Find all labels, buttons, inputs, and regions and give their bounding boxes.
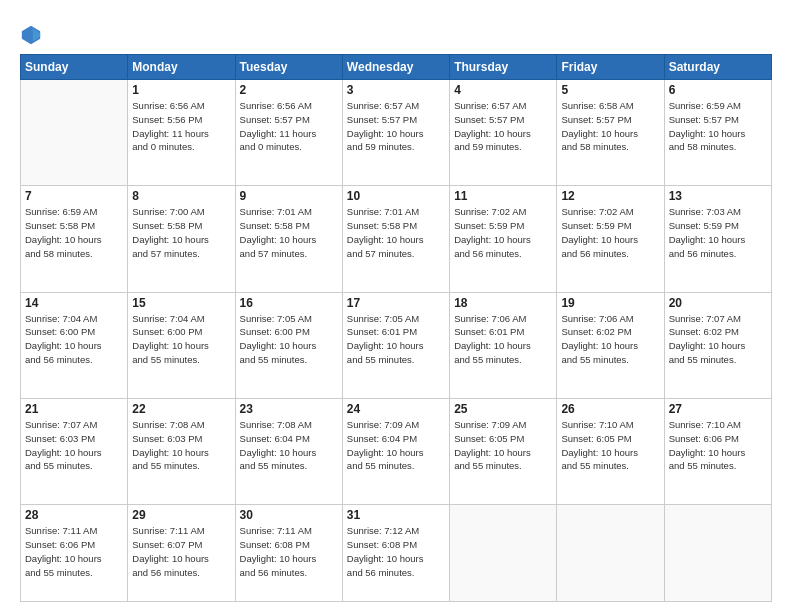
calendar-cell [450, 505, 557, 602]
day-number: 1 [132, 83, 230, 97]
calendar-week-4: 28Sunrise: 7:11 AMSunset: 6:06 PMDayligh… [21, 505, 772, 602]
page: Sunday Monday Tuesday Wednesday Thursday… [0, 0, 792, 612]
calendar-cell: 28Sunrise: 7:11 AMSunset: 6:06 PMDayligh… [21, 505, 128, 602]
calendar-cell: 27Sunrise: 7:10 AMSunset: 6:06 PMDayligh… [664, 398, 771, 504]
day-info: Sunrise: 7:11 AMSunset: 6:08 PMDaylight:… [240, 524, 338, 579]
calendar-cell: 6Sunrise: 6:59 AMSunset: 5:57 PMDaylight… [664, 80, 771, 186]
day-info: Sunrise: 6:59 AMSunset: 5:58 PMDaylight:… [25, 205, 123, 260]
day-info: Sunrise: 7:11 AMSunset: 6:06 PMDaylight:… [25, 524, 123, 579]
day-info: Sunrise: 6:56 AMSunset: 5:56 PMDaylight:… [132, 99, 230, 154]
day-number: 12 [561, 189, 659, 203]
day-number: 9 [240, 189, 338, 203]
calendar-cell: 16Sunrise: 7:05 AMSunset: 6:00 PMDayligh… [235, 292, 342, 398]
day-info: Sunrise: 7:05 AMSunset: 6:00 PMDaylight:… [240, 312, 338, 367]
calendar-cell: 29Sunrise: 7:11 AMSunset: 6:07 PMDayligh… [128, 505, 235, 602]
day-number: 10 [347, 189, 445, 203]
day-info: Sunrise: 7:10 AMSunset: 6:05 PMDaylight:… [561, 418, 659, 473]
day-number: 27 [669, 402, 767, 416]
day-number: 26 [561, 402, 659, 416]
day-number: 28 [25, 508, 123, 522]
calendar-cell: 7Sunrise: 6:59 AMSunset: 5:58 PMDaylight… [21, 186, 128, 292]
day-info: Sunrise: 7:08 AMSunset: 6:03 PMDaylight:… [132, 418, 230, 473]
col-thursday: Thursday [450, 55, 557, 80]
calendar-cell: 8Sunrise: 7:00 AMSunset: 5:58 PMDaylight… [128, 186, 235, 292]
col-saturday: Saturday [664, 55, 771, 80]
calendar-cell: 15Sunrise: 7:04 AMSunset: 6:00 PMDayligh… [128, 292, 235, 398]
day-info: Sunrise: 7:11 AMSunset: 6:07 PMDaylight:… [132, 524, 230, 579]
day-info: Sunrise: 6:58 AMSunset: 5:57 PMDaylight:… [561, 99, 659, 154]
calendar-cell [21, 80, 128, 186]
day-number: 20 [669, 296, 767, 310]
day-number: 6 [669, 83, 767, 97]
calendar-week-2: 14Sunrise: 7:04 AMSunset: 6:00 PMDayligh… [21, 292, 772, 398]
col-sunday: Sunday [21, 55, 128, 80]
calendar-cell: 25Sunrise: 7:09 AMSunset: 6:05 PMDayligh… [450, 398, 557, 504]
day-number: 23 [240, 402, 338, 416]
day-info: Sunrise: 6:57 AMSunset: 5:57 PMDaylight:… [454, 99, 552, 154]
calendar-cell: 20Sunrise: 7:07 AMSunset: 6:02 PMDayligh… [664, 292, 771, 398]
day-info: Sunrise: 7:04 AMSunset: 6:00 PMDaylight:… [132, 312, 230, 367]
day-number: 25 [454, 402, 552, 416]
header [20, 18, 772, 46]
calendar-cell: 18Sunrise: 7:06 AMSunset: 6:01 PMDayligh… [450, 292, 557, 398]
day-info: Sunrise: 6:59 AMSunset: 5:57 PMDaylight:… [669, 99, 767, 154]
col-monday: Monday [128, 55, 235, 80]
day-number: 3 [347, 83, 445, 97]
day-info: Sunrise: 7:03 AMSunset: 5:59 PMDaylight:… [669, 205, 767, 260]
calendar-cell [664, 505, 771, 602]
calendar-cell: 30Sunrise: 7:11 AMSunset: 6:08 PMDayligh… [235, 505, 342, 602]
day-info: Sunrise: 7:06 AMSunset: 6:02 PMDaylight:… [561, 312, 659, 367]
calendar-cell: 26Sunrise: 7:10 AMSunset: 6:05 PMDayligh… [557, 398, 664, 504]
calendar-cell: 1Sunrise: 6:56 AMSunset: 5:56 PMDaylight… [128, 80, 235, 186]
day-number: 29 [132, 508, 230, 522]
col-tuesday: Tuesday [235, 55, 342, 80]
calendar-cell: 10Sunrise: 7:01 AMSunset: 5:58 PMDayligh… [342, 186, 449, 292]
day-info: Sunrise: 7:07 AMSunset: 6:03 PMDaylight:… [25, 418, 123, 473]
calendar-cell: 11Sunrise: 7:02 AMSunset: 5:59 PMDayligh… [450, 186, 557, 292]
day-number: 24 [347, 402, 445, 416]
day-number: 11 [454, 189, 552, 203]
day-number: 16 [240, 296, 338, 310]
day-number: 21 [25, 402, 123, 416]
day-info: Sunrise: 7:10 AMSunset: 6:06 PMDaylight:… [669, 418, 767, 473]
day-number: 14 [25, 296, 123, 310]
calendar-cell: 22Sunrise: 7:08 AMSunset: 6:03 PMDayligh… [128, 398, 235, 504]
day-number: 5 [561, 83, 659, 97]
calendar-cell [557, 505, 664, 602]
day-info: Sunrise: 7:05 AMSunset: 6:01 PMDaylight:… [347, 312, 445, 367]
calendar-cell: 4Sunrise: 6:57 AMSunset: 5:57 PMDaylight… [450, 80, 557, 186]
calendar-cell: 12Sunrise: 7:02 AMSunset: 5:59 PMDayligh… [557, 186, 664, 292]
day-number: 22 [132, 402, 230, 416]
col-wednesday: Wednesday [342, 55, 449, 80]
day-number: 4 [454, 83, 552, 97]
day-number: 2 [240, 83, 338, 97]
calendar-cell: 17Sunrise: 7:05 AMSunset: 6:01 PMDayligh… [342, 292, 449, 398]
day-info: Sunrise: 7:07 AMSunset: 6:02 PMDaylight:… [669, 312, 767, 367]
day-number: 19 [561, 296, 659, 310]
day-number: 18 [454, 296, 552, 310]
calendar-header-row: Sunday Monday Tuesday Wednesday Thursday… [21, 55, 772, 80]
day-number: 8 [132, 189, 230, 203]
calendar-week-1: 7Sunrise: 6:59 AMSunset: 5:58 PMDaylight… [21, 186, 772, 292]
calendar-cell: 3Sunrise: 6:57 AMSunset: 5:57 PMDaylight… [342, 80, 449, 186]
day-number: 15 [132, 296, 230, 310]
day-info: Sunrise: 7:01 AMSunset: 5:58 PMDaylight:… [347, 205, 445, 260]
day-info: Sunrise: 7:01 AMSunset: 5:58 PMDaylight:… [240, 205, 338, 260]
calendar-table: Sunday Monday Tuesday Wednesday Thursday… [20, 54, 772, 602]
day-number: 13 [669, 189, 767, 203]
day-info: Sunrise: 7:06 AMSunset: 6:01 PMDaylight:… [454, 312, 552, 367]
day-info: Sunrise: 7:02 AMSunset: 5:59 PMDaylight:… [454, 205, 552, 260]
calendar-cell: 14Sunrise: 7:04 AMSunset: 6:00 PMDayligh… [21, 292, 128, 398]
day-info: Sunrise: 7:12 AMSunset: 6:08 PMDaylight:… [347, 524, 445, 579]
calendar-cell: 5Sunrise: 6:58 AMSunset: 5:57 PMDaylight… [557, 80, 664, 186]
calendar-cell: 2Sunrise: 6:56 AMSunset: 5:57 PMDaylight… [235, 80, 342, 186]
day-number: 17 [347, 296, 445, 310]
day-number: 7 [25, 189, 123, 203]
day-info: Sunrise: 7:04 AMSunset: 6:00 PMDaylight:… [25, 312, 123, 367]
calendar-cell: 13Sunrise: 7:03 AMSunset: 5:59 PMDayligh… [664, 186, 771, 292]
logo [20, 22, 46, 46]
calendar-cell: 31Sunrise: 7:12 AMSunset: 6:08 PMDayligh… [342, 505, 449, 602]
calendar-cell: 23Sunrise: 7:08 AMSunset: 6:04 PMDayligh… [235, 398, 342, 504]
calendar-cell: 9Sunrise: 7:01 AMSunset: 5:58 PMDaylight… [235, 186, 342, 292]
calendar-cell: 24Sunrise: 7:09 AMSunset: 6:04 PMDayligh… [342, 398, 449, 504]
